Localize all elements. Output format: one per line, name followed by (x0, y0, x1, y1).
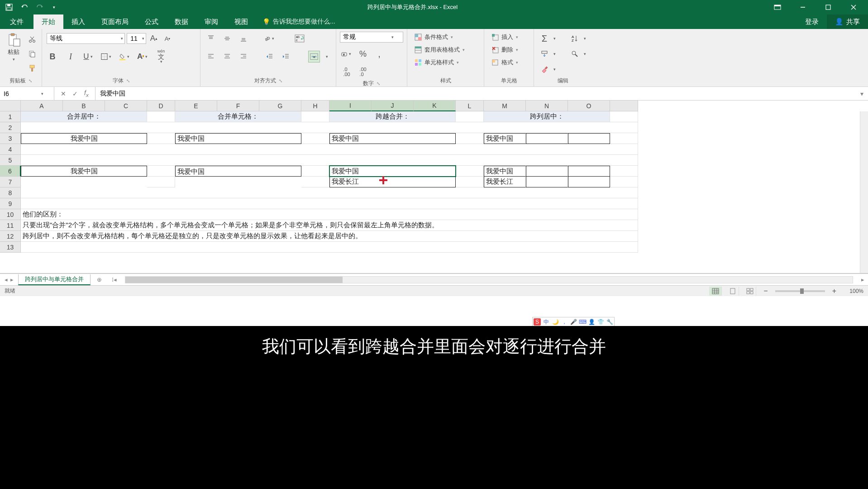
share-button[interactable]: 👤 共享 (827, 14, 868, 29)
cell[interactable]: 我爱中国 (329, 133, 456, 144)
row-header[interactable]: 3 (0, 133, 21, 144)
cell[interactable]: 跨列居中： (484, 111, 610, 122)
sheet-nav[interactable]: ◂▸ (0, 276, 18, 283)
col-header[interactable]: L (456, 101, 484, 111)
increase-decimal-icon[interactable]: .0.00 (341, 66, 353, 78)
cell[interactable]: 跨列居中，则不会改变单元格结构，每个单元格还是独立的，只是改变单元格的显示效果，… (21, 231, 638, 242)
row-header[interactable]: 4 (0, 144, 21, 155)
row-header[interactable]: 13 (0, 242, 21, 253)
paste-button[interactable]: 粘贴 ▾ (4, 32, 24, 62)
row-header[interactable]: 5 (0, 155, 21, 166)
maximize-icon[interactable] (818, 0, 838, 14)
ime-keyboard-icon[interactable]: ⌨ (579, 318, 586, 326)
close-icon[interactable] (844, 0, 863, 14)
copy-icon[interactable] (26, 48, 38, 60)
cell[interactable]: 合并居中： (21, 111, 147, 122)
page-layout-view-icon[interactable] (726, 287, 739, 296)
underline-icon[interactable]: U▾ (83, 51, 95, 62)
tell-me-search[interactable]: 💡 告诉我您想要做什么... (256, 14, 342, 29)
merge-center-button[interactable]: a (308, 51, 320, 62)
cell[interactable]: 我爱中国 (21, 133, 147, 144)
ime-toolbar[interactable]: S 中 🌙 ， 🎤 ⌨ 👤 👕 🔧 (532, 317, 615, 327)
decrease-font-icon[interactable]: A▾ (162, 33, 173, 44)
row-header[interactable]: 6 (0, 166, 21, 177)
col-header[interactable]: O (568, 101, 610, 111)
ime-moon-icon[interactable]: 🌙 (552, 318, 559, 326)
col-header[interactable]: A (21, 101, 63, 111)
find-select-icon[interactable] (569, 48, 581, 60)
col-header[interactable] (610, 101, 638, 111)
ime-tool-icon[interactable]: 🔧 (606, 318, 613, 326)
border-icon[interactable]: ▾ (101, 51, 113, 62)
font-size-select[interactable]: ▾ (127, 33, 146, 44)
phonetic-icon[interactable]: wén文▾ (155, 51, 167, 62)
increase-font-icon[interactable]: A▴ (148, 33, 160, 44)
cell[interactable]: 只要出现"合并"2个字，就会改变单元格结构，多个单元格会变成一个单元格；如果是多… (21, 220, 638, 231)
fill-color-icon[interactable]: ▾ (119, 51, 131, 62)
accounting-format-icon[interactable]: ¥▾ (341, 48, 353, 60)
normal-view-icon[interactable] (709, 287, 722, 296)
ime-mic-icon[interactable]: 🎤 (570, 318, 577, 326)
cell[interactable]: 他们的区别： (21, 209, 638, 220)
orientation-icon[interactable]: ab▾ (264, 33, 276, 44)
conditional-format-button[interactable]: 条件格式▾ (411, 32, 457, 43)
spreadsheet-grid[interactable]: A B C D E F G H I J K L M N O 1 合并居中： 合并… (0, 101, 868, 273)
horizontal-scrollbar[interactable]: ⁞ ◂ ▸ (108, 276, 868, 283)
col-header[interactable]: D (147, 101, 175, 111)
cell[interactable]: 合并单元格： (175, 111, 301, 122)
align-middle-icon[interactable] (221, 33, 233, 44)
name-box[interactable]: ▾ (0, 87, 54, 100)
add-sheet-icon[interactable]: ⊕ (91, 276, 108, 283)
number-format-select[interactable]: ▾ (340, 32, 403, 43)
sort-filter-icon[interactable]: AZ (569, 33, 581, 44)
cell[interactable]: 跨越合并： (329, 111, 456, 122)
row-header[interactable]: 12 (0, 231, 21, 242)
align-left-icon[interactable] (205, 51, 217, 62)
col-header[interactable]: J (372, 101, 414, 111)
row-header[interactable]: 9 (0, 198, 21, 209)
cell[interactable]: 我爱中国 (484, 133, 526, 144)
font-color-icon[interactable]: A▾ (137, 51, 149, 62)
percent-icon[interactable]: % (357, 48, 369, 60)
clear-icon[interactable] (539, 63, 550, 75)
ime-shirt-icon[interactable]: 👕 (597, 318, 604, 326)
cell-styles-button[interactable]: 单元格样式▾ (411, 57, 463, 68)
tab-file[interactable]: 文件 (0, 14, 33, 29)
cell[interactable]: 我爱长江 (329, 177, 456, 187)
autosum-icon[interactable]: Σ (539, 33, 550, 44)
sign-in-button[interactable]: 登录 (797, 18, 827, 26)
tab-view[interactable]: 视图 (226, 14, 256, 29)
align-center-icon[interactable] (221, 51, 233, 62)
col-header[interactable]: H (301, 101, 329, 111)
ime-lang-icon[interactable]: 中 (543, 318, 550, 326)
ime-sogou-icon[interactable]: S (534, 318, 541, 326)
cell[interactable]: 我爱中国 (175, 133, 301, 144)
cell[interactable]: 我爱中国 (484, 166, 526, 177)
decrease-indent-icon[interactable] (264, 51, 276, 62)
enter-formula-icon[interactable]: ✓ (72, 90, 78, 97)
row-header[interactable]: 10 (0, 209, 21, 220)
ribbon-options-icon[interactable] (768, 0, 787, 14)
sheet-tab[interactable]: 跨列居中与单元格合并 (18, 274, 91, 285)
table-format-button[interactable]: 套用表格格式▾ (411, 44, 468, 55)
cell[interactable]: 我爱中国 (175, 166, 301, 177)
col-header[interactable]: K (414, 101, 456, 111)
tab-formulas[interactable]: 公式 (137, 14, 167, 29)
undo-icon[interactable] (21, 4, 28, 11)
tab-layout[interactable]: 页面布局 (93, 14, 137, 29)
col-header[interactable]: I (329, 101, 372, 111)
format-cells-button[interactable]: 格式▾ (488, 57, 522, 68)
font-launcher-icon[interactable]: ⤡ (126, 78, 130, 83)
redo-icon[interactable] (36, 4, 43, 11)
font-name-select[interactable]: ▾ (47, 33, 125, 44)
zoom-out-icon[interactable]: − (761, 287, 770, 295)
wrap-text-icon[interactable]: abc (294, 33, 305, 44)
cell[interactable]: 我爱中国 (21, 166, 147, 177)
fill-icon[interactable] (539, 48, 550, 60)
merge-dropdown-icon[interactable]: ▾ (324, 54, 329, 59)
ime-person-icon[interactable]: 👤 (588, 318, 595, 326)
formula-expand-icon[interactable]: ▾ (856, 90, 868, 97)
insert-cells-button[interactable]: 插入▾ (488, 32, 522, 43)
selected-cell[interactable]: 我爱中国 (329, 166, 456, 177)
col-header[interactable]: E (175, 101, 217, 111)
